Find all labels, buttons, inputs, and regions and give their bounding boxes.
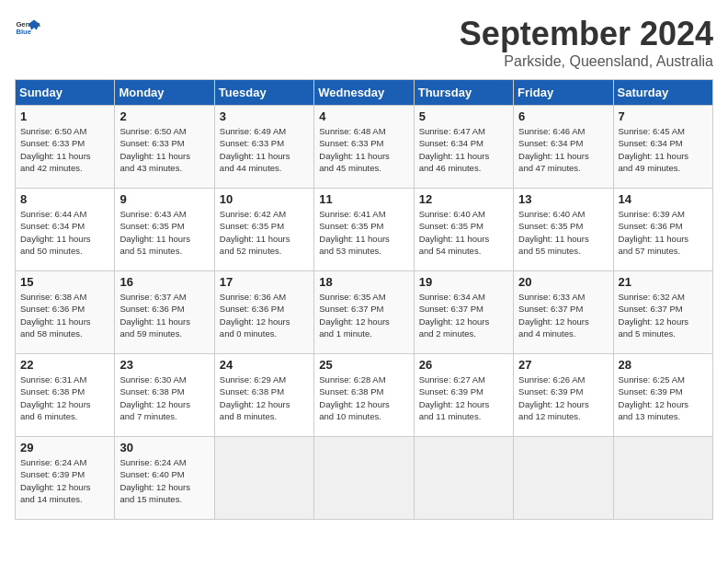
day-number: 17 — [220, 275, 309, 289]
day-number: 4 — [319, 109, 408, 123]
day-number: 9 — [119, 192, 209, 206]
page-header: General Blue September 2024 Parkside, Qu… — [15, 15, 713, 70]
title-block: September 2024 Parkside, Queensland, Aus… — [460, 15, 713, 70]
column-header-saturday: Saturday — [613, 80, 712, 106]
day-number: 14 — [619, 192, 708, 206]
day-number: 15 — [20, 275, 109, 289]
day-number: 27 — [518, 358, 608, 372]
calendar-cell: 23Sunrise: 6:30 AM Sunset: 6:38 PM Dayli… — [115, 354, 214, 437]
day-number: 13 — [518, 192, 608, 206]
day-number: 24 — [220, 358, 309, 372]
calendar-cell: 6Sunrise: 6:46 AM Sunset: 6:34 PM Daylig… — [514, 106, 613, 189]
day-number: 18 — [319, 275, 408, 289]
day-detail: Sunrise: 6:46 AM Sunset: 6:34 PM Dayligh… — [518, 125, 608, 174]
calendar-cell: 3Sunrise: 6:49 AM Sunset: 6:33 PM Daylig… — [214, 106, 313, 189]
day-number: 12 — [419, 192, 508, 206]
calendar-cell: 24Sunrise: 6:29 AM Sunset: 6:38 PM Dayli… — [214, 354, 313, 437]
calendar-cell: 7Sunrise: 6:45 AM Sunset: 6:34 PM Daylig… — [613, 106, 712, 189]
day-detail: Sunrise: 6:34 AM Sunset: 6:37 PM Dayligh… — [419, 291, 508, 339]
day-detail: Sunrise: 6:40 AM Sunset: 6:35 PM Dayligh… — [518, 208, 608, 257]
day-detail: Sunrise: 6:38 AM Sunset: 6:36 PM Dayligh… — [20, 291, 109, 339]
day-number: 3 — [220, 109, 309, 123]
calendar-body: 1Sunrise: 6:50 AM Sunset: 6:33 PM Daylig… — [16, 106, 713, 520]
day-detail: Sunrise: 6:24 AM Sunset: 6:39 PM Dayligh… — [20, 456, 109, 505]
calendar-table: SundayMondayTuesdayWednesdayThursdayFrid… — [15, 79, 713, 520]
column-header-sunday: Sunday — [16, 80, 115, 106]
location-subtitle: Parkside, Queensland, Australia — [460, 53, 713, 70]
calendar-cell: 2Sunrise: 6:50 AM Sunset: 6:33 PM Daylig… — [115, 106, 214, 189]
day-number: 7 — [619, 109, 708, 123]
day-detail: Sunrise: 6:41 AM Sunset: 6:35 PM Dayligh… — [319, 208, 408, 257]
day-number: 22 — [20, 358, 109, 372]
day-detail: Sunrise: 6:50 AM Sunset: 6:33 PM Dayligh… — [20, 125, 109, 174]
day-detail: Sunrise: 6:44 AM Sunset: 6:34 PM Dayligh… — [20, 208, 109, 257]
calendar-cell: 29Sunrise: 6:24 AM Sunset: 6:39 PM Dayli… — [16, 437, 115, 520]
column-header-tuesday: Tuesday — [214, 80, 313, 106]
month-year-title: September 2024 — [460, 15, 713, 53]
calendar-cell: 18Sunrise: 6:35 AM Sunset: 6:37 PM Dayli… — [314, 271, 414, 354]
calendar-cell: 17Sunrise: 6:36 AM Sunset: 6:36 PM Dayli… — [214, 271, 313, 354]
day-detail: Sunrise: 6:32 AM Sunset: 6:37 PM Dayligh… — [619, 291, 708, 339]
calendar-cell: 11Sunrise: 6:41 AM Sunset: 6:35 PM Dayli… — [314, 189, 414, 271]
day-detail: Sunrise: 6:28 AM Sunset: 6:38 PM Dayligh… — [319, 373, 408, 422]
day-detail: Sunrise: 6:50 AM Sunset: 6:33 PM Dayligh… — [119, 125, 209, 174]
column-header-friday: Friday — [514, 80, 613, 106]
day-number: 1 — [20, 109, 109, 123]
calendar-cell: 16Sunrise: 6:37 AM Sunset: 6:36 PM Dayli… — [115, 271, 214, 354]
calendar-cell: 9Sunrise: 6:43 AM Sunset: 6:35 PM Daylig… — [115, 189, 214, 271]
day-detail: Sunrise: 6:40 AM Sunset: 6:35 PM Dayligh… — [419, 208, 508, 257]
day-detail: Sunrise: 6:47 AM Sunset: 6:34 PM Dayligh… — [419, 125, 508, 174]
calendar-cell: 19Sunrise: 6:34 AM Sunset: 6:37 PM Dayli… — [414, 271, 513, 354]
column-header-wednesday: Wednesday — [314, 80, 414, 106]
day-number: 28 — [619, 358, 708, 372]
day-detail: Sunrise: 6:35 AM Sunset: 6:37 PM Dayligh… — [319, 291, 408, 339]
logo: General Blue — [15, 15, 40, 40]
calendar-cell: 25Sunrise: 6:28 AM Sunset: 6:38 PM Dayli… — [314, 354, 414, 437]
calendar-cell: 14Sunrise: 6:39 AM Sunset: 6:36 PM Dayli… — [613, 189, 712, 271]
day-number: 29 — [20, 441, 109, 454]
calendar-cell: 21Sunrise: 6:32 AM Sunset: 6:37 PM Dayli… — [613, 271, 712, 354]
day-detail: Sunrise: 6:43 AM Sunset: 6:35 PM Dayligh… — [119, 208, 209, 257]
day-number: 6 — [518, 109, 608, 123]
column-header-thursday: Thursday — [414, 80, 513, 106]
day-number: 30 — [119, 441, 209, 454]
day-detail: Sunrise: 6:45 AM Sunset: 6:34 PM Dayligh… — [619, 125, 708, 174]
day-detail: Sunrise: 6:26 AM Sunset: 6:39 PM Dayligh… — [518, 373, 608, 422]
calendar-cell: 12Sunrise: 6:40 AM Sunset: 6:35 PM Dayli… — [414, 189, 513, 271]
day-detail: Sunrise: 6:30 AM Sunset: 6:38 PM Dayligh… — [119, 373, 209, 422]
day-detail: Sunrise: 6:39 AM Sunset: 6:36 PM Dayligh… — [619, 208, 708, 257]
calendar-cell — [214, 437, 313, 520]
calendar-cell — [314, 437, 414, 520]
day-detail: Sunrise: 6:31 AM Sunset: 6:38 PM Dayligh… — [20, 373, 109, 422]
day-number: 16 — [119, 275, 209, 289]
day-number: 25 — [319, 358, 408, 372]
calendar-cell: 10Sunrise: 6:42 AM Sunset: 6:35 PM Dayli… — [214, 189, 313, 271]
logo-icon: General Blue — [15, 15, 40, 40]
calendar-cell: 26Sunrise: 6:27 AM Sunset: 6:39 PM Dayli… — [414, 354, 513, 437]
calendar-cell — [613, 437, 712, 520]
calendar-week-5: 29Sunrise: 6:24 AM Sunset: 6:39 PM Dayli… — [16, 437, 713, 520]
svg-text:Blue: Blue — [16, 28, 31, 36]
calendar-cell: 13Sunrise: 6:40 AM Sunset: 6:35 PM Dayli… — [514, 189, 613, 271]
calendar-cell: 8Sunrise: 6:44 AM Sunset: 6:34 PM Daylig… — [16, 189, 115, 271]
calendar-cell: 15Sunrise: 6:38 AM Sunset: 6:36 PM Dayli… — [16, 271, 115, 354]
calendar-week-2: 8Sunrise: 6:44 AM Sunset: 6:34 PM Daylig… — [16, 189, 713, 271]
calendar-cell: 27Sunrise: 6:26 AM Sunset: 6:39 PM Dayli… — [514, 354, 613, 437]
calendar-week-3: 15Sunrise: 6:38 AM Sunset: 6:36 PM Dayli… — [16, 271, 713, 354]
day-number: 2 — [119, 109, 209, 123]
calendar-cell: 5Sunrise: 6:47 AM Sunset: 6:34 PM Daylig… — [414, 106, 513, 189]
calendar-cell: 30Sunrise: 6:24 AM Sunset: 6:40 PM Dayli… — [115, 437, 214, 520]
calendar-cell: 1Sunrise: 6:50 AM Sunset: 6:33 PM Daylig… — [16, 106, 115, 189]
day-detail: Sunrise: 6:36 AM Sunset: 6:36 PM Dayligh… — [220, 291, 309, 339]
day-detail: Sunrise: 6:33 AM Sunset: 6:37 PM Dayligh… — [518, 291, 608, 339]
calendar-cell: 20Sunrise: 6:33 AM Sunset: 6:37 PM Dayli… — [514, 271, 613, 354]
column-header-monday: Monday — [115, 80, 214, 106]
calendar-cell — [514, 437, 613, 520]
day-number: 10 — [220, 192, 309, 206]
day-number: 5 — [419, 109, 508, 123]
day-number: 8 — [20, 192, 109, 206]
day-detail: Sunrise: 6:24 AM Sunset: 6:40 PM Dayligh… — [119, 456, 209, 505]
day-number: 26 — [419, 358, 508, 372]
day-number: 20 — [518, 275, 608, 289]
day-number: 21 — [619, 275, 708, 289]
